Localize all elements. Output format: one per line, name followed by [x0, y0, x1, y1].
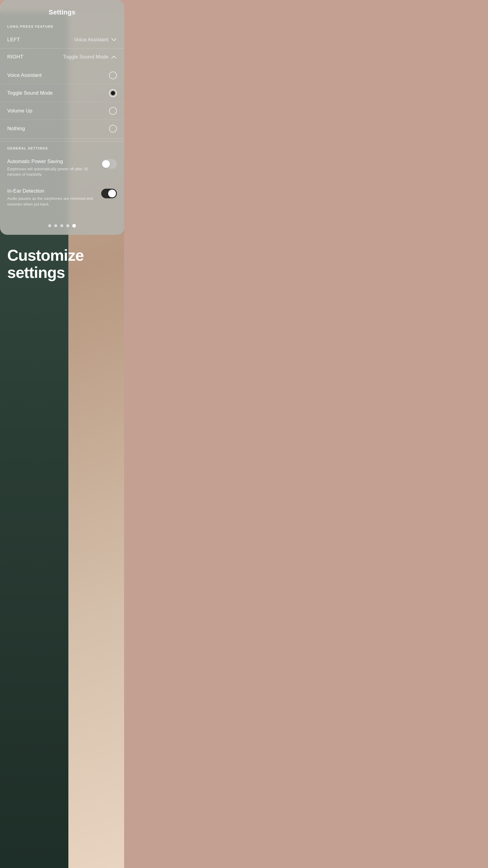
page-title: Settings — [0, 0, 124, 22]
option-voice-assistant-label: Voice Assistant — [7, 72, 41, 79]
radio-selected-indicator — [111, 91, 115, 95]
left-chevron-down-icon — [111, 37, 117, 43]
option-voice-assistant-radio[interactable] — [109, 71, 117, 79]
right-value-container: Toggle Sound Mode — [63, 54, 117, 60]
bottom-text: Customize settings — [0, 235, 124, 299]
section-divider — [0, 141, 124, 142]
dot-1[interactable] — [48, 224, 51, 227]
customize-title: Customize settings — [7, 247, 117, 281]
auto-power-row: Automatic Power Saving Earphones will au… — [0, 153, 124, 183]
auto-power-title: Automatic Power Saving — [7, 158, 96, 164]
auto-power-text: Automatic Power Saving Earphones will au… — [7, 158, 96, 177]
dot-5-active[interactable] — [72, 224, 76, 227]
in-ear-toggle[interactable] — [101, 189, 117, 198]
right-label: RIGHT — [7, 54, 24, 60]
option-toggle-sound-mode-label: Toggle Sound Mode — [7, 90, 53, 96]
settings-card: Settings LONG-PRESS FEATURE LEFT Voice A… — [0, 0, 124, 235]
right-row[interactable]: RIGHT Toggle Sound Mode Voice Assistant — [0, 49, 124, 139]
dot-4[interactable] — [66, 224, 69, 227]
general-label: GENERAL SETTINGS — [0, 144, 124, 153]
long-press-label: LONG-PRESS FEATURE — [0, 22, 124, 31]
left-label: LEFT — [7, 37, 20, 43]
in-ear-knob — [108, 190, 116, 197]
right-row-header[interactable]: RIGHT Toggle Sound Mode — [0, 49, 124, 65]
option-nothing[interactable]: Nothing — [0, 120, 124, 137]
option-volume-up[interactable]: Volume Up — [0, 102, 124, 120]
right-chevron-up-icon — [111, 54, 117, 60]
page-wrapper: Settings LONG-PRESS FEATURE LEFT Voice A… — [0, 0, 124, 868]
dot-3[interactable] — [60, 224, 63, 227]
dot-2[interactable] — [54, 224, 57, 227]
option-nothing-label: Nothing — [7, 126, 25, 132]
pagination-dots — [0, 218, 124, 235]
left-value-container: Voice Assistant — [74, 37, 117, 43]
long-press-section: LONG-PRESS FEATURE LEFT Voice Assistant … — [0, 22, 124, 139]
auto-power-toggle[interactable] — [101, 159, 117, 169]
option-nothing-radio[interactable] — [109, 125, 117, 133]
left-row[interactable]: LEFT Voice Assistant — [0, 31, 124, 49]
left-value-text: Voice Assistant — [74, 37, 108, 43]
auto-power-desc: Earphones will automatically power off a… — [7, 166, 96, 177]
option-volume-up-label: Volume Up — [7, 108, 32, 114]
customize-line1: Customize — [7, 247, 84, 264]
right-dropdown-options: Voice Assistant Toggle Sound Mode Volume… — [0, 65, 124, 138]
option-volume-up-radio[interactable] — [109, 107, 117, 115]
option-toggle-sound-mode[interactable]: Toggle Sound Mode — [0, 84, 124, 102]
in-ear-desc: Audio pauses as the earphones are remove… — [7, 196, 96, 207]
in-ear-text: In-Ear Detection Audio pauses as the ear… — [7, 188, 96, 207]
auto-power-knob — [102, 160, 110, 168]
option-toggle-sound-mode-radio[interactable] — [109, 89, 117, 97]
in-ear-row: In-Ear Detection Audio pauses as the ear… — [0, 183, 124, 212]
in-ear-title: In-Ear Detection — [7, 188, 96, 194]
right-value-text: Toggle Sound Mode — [63, 54, 108, 60]
option-voice-assistant[interactable]: Voice Assistant — [0, 67, 124, 84]
general-settings-section: GENERAL SETTINGS Automatic Power Saving … — [0, 144, 124, 218]
customize-line2: settings — [7, 264, 65, 281]
